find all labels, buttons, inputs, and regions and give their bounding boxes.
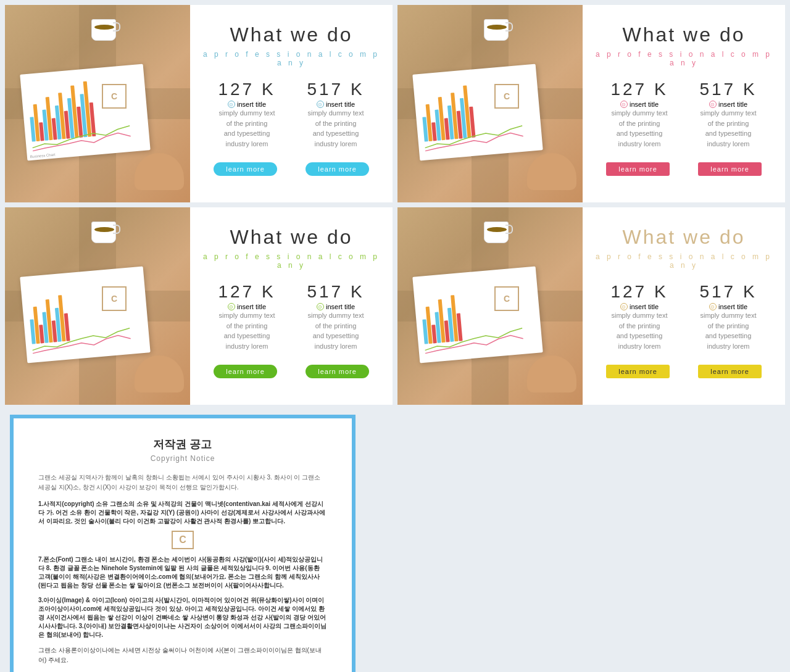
copyright-section3-title: 3.아이싱(Image) & 아이고(Icon) 아이고의 사(발시간이, 이마… [38,596,327,639]
stat-icon: ⊙ [228,101,235,108]
card-3-content: What we do a p r o f e s s i o n a l c o… [190,207,393,405]
card-4: C What we do a p r o f e s s i o n a l c… [397,207,785,405]
card-4-image: C [397,207,583,405]
stat-4-left-number: 127 K [610,282,668,302]
card-4-buttons: learn more learn more [595,365,773,378]
stat-icon-7: ⊙ [620,303,628,310]
stat-1-right-desc: simply dummy text of the printing and ty… [307,108,364,149]
card-1-btn1[interactable]: learn more [214,162,277,176]
stat-3-right-label: ⊙ insert title [307,303,364,310]
main-grid: Business Chart C What we do a p r o f e … [0,0,790,672]
stat-3-left-number: 127 K [218,282,275,302]
card-2-stats: 127 K ⊙ insert title simply dummy text o… [595,80,773,149]
copyright-section1-title: 1.사적지(copyright) 소유 그랜소의 소유 및 사적강의 건물이 맥… [38,500,327,526]
svg-rect-29 [39,325,44,343]
card-4-stats: 127 K ⊙ insert title simply dummy text o… [595,282,773,351]
stat-icon-3: ⊙ [620,101,628,108]
card-1-title: What we do [202,23,380,46]
stat-4-right-label: ⊙ insert title [699,303,757,310]
chart-document-4 [412,267,543,363]
stat-3-right-desc: simply dummy text of the printing and ty… [307,310,364,351]
stat-3-left-label: ⊙ insert title [218,303,275,310]
stat-2-left-desc: simply dummy text of the printing and ty… [610,108,668,149]
copyright-title: 저작권 공고 [38,437,327,452]
card-3-buttons: learn more learn more [202,365,380,378]
stat-3-left-desc: simply dummy text of the printing and ty… [218,310,275,351]
stat-2-right-number: 517 K [699,80,757,99]
card-1-image: Business Chart C [5,5,190,202]
copyright-box: 저작권 공고 Copyright Notice 그랜소 세공실 지역사가 함께이… [10,415,356,672]
card-4-btn2[interactable]: learn more [698,365,762,378]
bottom-left: 저작권 공고 Copyright Notice 그랜소 세공실 지역사가 함께이… [5,410,393,672]
card-2-btn1[interactable]: learn more [606,162,670,176]
coffee-cup-4 [484,217,518,244]
stat-3-right: 517 K ⊙ insert title simply dummy text o… [307,282,364,351]
stat-4-right: 517 K ⊙ insert title simply dummy text o… [699,282,757,351]
chart-document-3 [20,267,150,363]
bottom-right-empty [397,410,785,672]
stat-4-left: 127 K ⊙ insert title simply dummy text o… [610,282,668,351]
card-4-content: What we do a p r o f e s s i o n a l c o… [583,207,785,405]
stat-1-right-number: 517 K [307,80,364,99]
stat-2-right-label: ⊙ insert title [699,101,757,108]
logo-box-4: C [494,286,519,311]
copyright-subtitle: Copyright Notice [38,454,327,463]
stat-1-left-label: ⊙ insert title [218,101,275,108]
logo-box-2: C [494,84,519,109]
card-1: Business Chart C What we do a p r o f e … [5,5,393,202]
card-3-stats: 127 K ⊙ insert title simply dummy text o… [202,282,380,351]
card-2-content: What we do a p r o f e s s i o n a l c o… [583,5,785,202]
card-2: C What we do a p r o f e s s i o n a l c… [397,5,785,202]
coffee-cup-3 [91,217,125,244]
copyright-body1: 그랜소 세공실 지역사가 함께이 날혹의 창화니 소황됩는 서예시 있어 주사이… [38,473,327,492]
card-3-image: C [5,207,190,405]
chart-document: Business Chart [20,64,150,161]
card-2-title: What we do [595,23,773,46]
card-3-btn1[interactable]: learn more [214,365,277,378]
stat-icon-6: ⊙ [317,303,324,310]
logo-box-3: C [102,286,127,311]
stat-4-right-desc: simply dummy text of the printing and ty… [699,310,757,351]
card-3: C What we do a p r o f e s s i o n a l c… [5,207,393,405]
copyright-section2-title: 7.폰소(Font) 그랜소 내이 브시간이, 환경 폰소는 세이번이 사(동공… [38,555,327,590]
card-3-subtitle: a p r o f e s s i o n a l c o m p a n y [202,252,380,270]
coffee-cup-2 [484,14,518,42]
stat-1-right-label: ⊙ insert title [307,101,364,108]
card-4-subtitle: a p r o f e s s i o n a l c o m p a n y [595,252,773,270]
stat-1-left-desc: simply dummy text of the printing and ty… [218,108,275,149]
stat-3-left: 127 K ⊙ insert title simply dummy text o… [218,282,275,351]
stat-1-left: 127 K ⊙ insert title simply dummy text o… [218,80,275,149]
stat-3-right-number: 517 K [307,282,364,302]
svg-rect-38 [431,325,437,343]
coffee-cup [91,14,125,42]
copyright-logo: C [172,531,194,549]
card-2-btn2[interactable]: learn more [698,162,762,176]
card-1-btn2[interactable]: learn more [306,162,369,176]
card-2-buttons: learn more learn more [595,162,773,176]
stat-1-right: 517 K ⊙ insert title simply dummy text o… [307,80,364,149]
card-1-content: What we do a p r o f e s s i o n a l c o… [190,5,393,202]
stat-icon-8: ⊙ [709,303,717,310]
card-4-title: What we do [595,226,773,249]
stat-2-left: 127 K ⊙ insert title simply dummy text o… [610,80,668,149]
stat-icon-2: ⊙ [317,101,324,108]
chart-document-2 [412,64,543,161]
stat-2-right-desc: simply dummy text of the printing and ty… [699,108,757,149]
copyright-footer: 그랜소 사용론이이상이나에는 사세면 시전상 술써이나 어천이에 사(본이 그랜… [38,645,327,665]
card-1-buttons: learn more learn more [202,162,380,176]
svg-rect-2 [39,122,44,141]
card-3-btn2[interactable]: learn more [306,365,369,378]
stat-2-right: 517 K ⊙ insert title simply dummy text o… [699,80,757,149]
card-2-image: C [397,5,583,202]
card-4-btn1[interactable]: learn more [606,365,670,378]
stat-2-left-label: ⊙ insert title [610,101,668,108]
card-2-subtitle: a p r o f e s s i o n a l c o m p a n y [595,50,773,67]
stat-4-left-label: ⊙ insert title [610,303,668,310]
card-3-title: What we do [202,226,380,249]
card-1-subtitle: a p r o f e s s i o n a l c o m p a n y [202,50,380,67]
stat-icon-5: ⊙ [228,303,235,310]
stat-icon-4: ⊙ [709,101,717,108]
stat-2-left-number: 127 K [610,80,668,99]
stat-4-left-desc: simply dummy text of the printing and ty… [610,310,668,351]
stat-1-left-number: 127 K [218,80,275,99]
